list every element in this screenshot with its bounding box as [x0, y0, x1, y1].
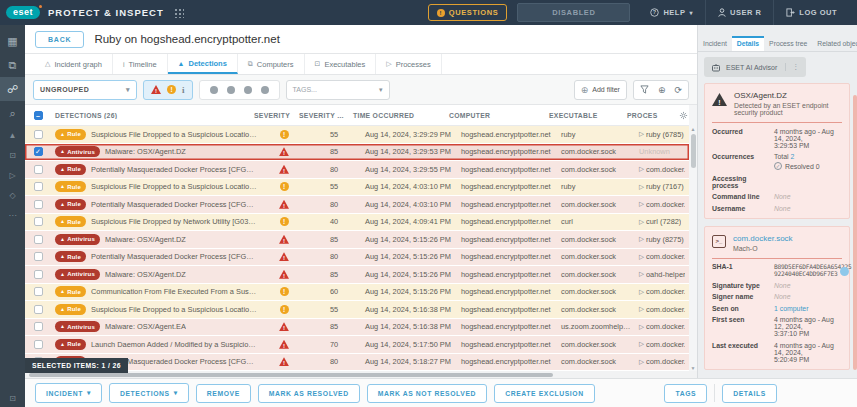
- info-severity-icon[interactable]: i: [182, 85, 185, 95]
- col-executable[interactable]: EXECUTABLE: [545, 112, 623, 119]
- refresh-icon[interactable]: ⟳: [674, 85, 682, 95]
- status-dot-icon[interactable]: [210, 86, 218, 94]
- executable-name-link[interactable]: com.docker.sock: [733, 234, 793, 243]
- help-menu[interactable]: ? HELP ▾: [638, 0, 705, 25]
- tab-detections[interactable]: ▲Detections: [168, 54, 238, 74]
- sidebar-item[interactable]: ▲: [0, 125, 25, 145]
- sidebar-item[interactable]: ☍: [0, 77, 25, 101]
- collapse-icon[interactable]: ⊡: [9, 394, 16, 403]
- panel-tab-related-objects[interactable]: Related objects: [812, 36, 857, 51]
- total-count-link[interactable]: 2: [790, 153, 794, 160]
- process-name[interactable]: com.docker.: [646, 305, 685, 314]
- sidebar-item[interactable]: ⧉: [0, 53, 25, 77]
- row-checkbox[interactable]: [34, 287, 43, 296]
- table-row[interactable]: ▲RuleSuspicious File Dropped to a Suspic…: [25, 179, 689, 197]
- row-checkbox[interactable]: [34, 340, 43, 349]
- row-checkbox[interactable]: [34, 270, 43, 279]
- disabled-button[interactable]: DISABLED: [517, 3, 630, 22]
- questions-button[interactable]: ! QUESTIONS: [428, 4, 508, 21]
- status-dot-icon[interactable]: [244, 86, 252, 94]
- mark-as-not-resolved-button[interactable]: MARK AS NOT RESOLVED: [367, 384, 487, 403]
- process-name[interactable]: com.docker.: [646, 357, 685, 366]
- select-all-checkbox[interactable]: –: [34, 111, 43, 120]
- col-severity-score[interactable]: SEVERITY SCORE: [295, 112, 349, 119]
- process-name[interactable]: curl (7282): [646, 217, 681, 226]
- table-row[interactable]: ▲AntivirusMalware: OSX/Agent.DZ!85Aug 14…: [25, 266, 689, 284]
- row-checkbox[interactable]: [34, 200, 43, 209]
- table-row[interactable]: ▲RuleCommunication From File Executed Fr…: [25, 284, 689, 302]
- tab-timeline[interactable]: iTimeline: [113, 54, 168, 74]
- column-settings-gear-icon[interactable]: [677, 111, 689, 120]
- row-checkbox[interactable]: [34, 182, 43, 191]
- col-computer[interactable]: COMPUTER: [445, 112, 545, 119]
- user-menu[interactable]: USER R: [705, 0, 773, 25]
- critical-severity-icon[interactable]: !: [151, 85, 161, 94]
- incident-button[interactable]: INCIDENT▾: [35, 383, 102, 403]
- table-row[interactable]: ▲RuleSuspicious File Dropped to a Suspic…: [25, 301, 689, 319]
- sidebar-item[interactable]: ▦: [0, 29, 25, 53]
- row-checkbox[interactable]: [34, 130, 43, 139]
- tab-computers[interactable]: ⧉Computers: [238, 54, 305, 74]
- row-checkbox[interactable]: [34, 165, 43, 174]
- funnel-icon[interactable]: [640, 85, 649, 94]
- process-name[interactable]: com.docker.: [646, 200, 685, 209]
- field-value-link[interactable]: 1 computer: [774, 305, 808, 312]
- row-checkbox[interactable]: [34, 305, 43, 314]
- add-filter-button[interactable]: ⊕ Add filter: [574, 80, 627, 100]
- process-name[interactable]: com.docker.: [646, 252, 685, 261]
- col-severity[interactable]: SEVERITY: [249, 112, 295, 119]
- group-by-select[interactable]: UNGROUPED▾: [33, 80, 137, 100]
- tab-executables[interactable]: ⊡Executables: [305, 54, 377, 74]
- table-row[interactable]: ▲AntivirusMalware: OSX/Agent.EA!85Aug 14…: [25, 319, 689, 337]
- table-row[interactable]: ▲RuleLaunch Daemon Added / Modified by a…: [25, 336, 689, 354]
- tab-processes[interactable]: ▷Processes: [376, 54, 441, 74]
- reputation-icon[interactable]: [840, 267, 849, 276]
- status-dot-icon[interactable]: [227, 86, 235, 94]
- row-checkbox[interactable]: ✓: [34, 147, 43, 156]
- col-process[interactable]: PROCES: [623, 112, 677, 119]
- mark-as-resolved-button[interactable]: MARK AS RESOLVED: [258, 384, 360, 403]
- table-row[interactable]: ▲RulePotentially Masqueraded Docker Proc…: [25, 196, 689, 214]
- row-checkbox[interactable]: [34, 217, 43, 226]
- sidebar-item[interactable]: ⌕: [0, 101, 25, 125]
- app-grid-icon[interactable]: [174, 8, 184, 18]
- create-exclusion-button[interactable]: CREATE EXCLUSION: [494, 384, 595, 403]
- col-time-occurred[interactable]: TIME OCCURRED: [349, 112, 445, 119]
- row-checkbox[interactable]: [34, 322, 43, 331]
- process-name[interactable]: ruby (6785): [646, 130, 684, 139]
- process-name[interactable]: oahd-helper: [646, 270, 685, 279]
- process-name[interactable]: com.docker.: [646, 287, 685, 296]
- process-name[interactable]: com.docker.: [646, 340, 685, 349]
- sidebar-item[interactable]: ▷: [0, 165, 25, 185]
- back-button[interactable]: BACK: [35, 31, 84, 48]
- col-detections[interactable]: DETECTIONS (26): [51, 112, 249, 119]
- sidebar-item[interactable]: ⋯: [0, 205, 25, 225]
- sidebar-item[interactable]: ◇: [0, 185, 25, 205]
- panel-tab-process-tree[interactable]: Process tree: [764, 36, 812, 51]
- panel-scrollbar[interactable]: [853, 95, 857, 370]
- row-checkbox[interactable]: [34, 252, 43, 261]
- remove-button[interactable]: REMOVE: [196, 384, 251, 403]
- eset-ai-advisor-button[interactable]: ESET AI Advisor ⋮: [704, 57, 806, 77]
- panel-tab-details[interactable]: Details: [732, 36, 764, 51]
- table-vertical-scrollbar[interactable]: ▲▼: [689, 126, 697, 371]
- tags-button[interactable]: TAGS: [664, 384, 707, 403]
- severity-filter-group[interactable]: ! ! i: [143, 80, 193, 100]
- detections-button[interactable]: DETECTIONS▾: [109, 383, 189, 403]
- sidebar-item[interactable]: ⊡: [0, 145, 25, 165]
- details-button[interactable]: DETAILS: [722, 384, 777, 403]
- process-name[interactable]: ruby (8275): [646, 235, 684, 244]
- panel-tab-incident[interactable]: Incident: [698, 36, 732, 51]
- row-checkbox[interactable]: [34, 235, 43, 244]
- status-dot-icon[interactable]: [261, 86, 269, 94]
- tab-incident-graph[interactable]: △Incident graph: [35, 54, 113, 74]
- table-row[interactable]: ▲RulePotentially Masqueraded Docker Proc…: [25, 161, 689, 179]
- table-row[interactable]: ▲AntivirusMalware: OSX/Agent.DZ!85Aug 14…: [25, 231, 689, 249]
- status-dots-filter[interactable]: [199, 80, 280, 100]
- process-name[interactable]: com.docker.: [646, 322, 685, 331]
- logout-button[interactable]: LOG OUT: [773, 0, 849, 25]
- table-row[interactable]: ▲RuleSuspicious File Dropped by Network …: [25, 214, 689, 232]
- process-name[interactable]: com.docker.: [646, 165, 685, 174]
- table-row[interactable]: ✓▲AntivirusMalware: OSX/Agent.DZ!85Aug 1…: [25, 144, 689, 162]
- process-name[interactable]: ruby (7167): [646, 182, 684, 191]
